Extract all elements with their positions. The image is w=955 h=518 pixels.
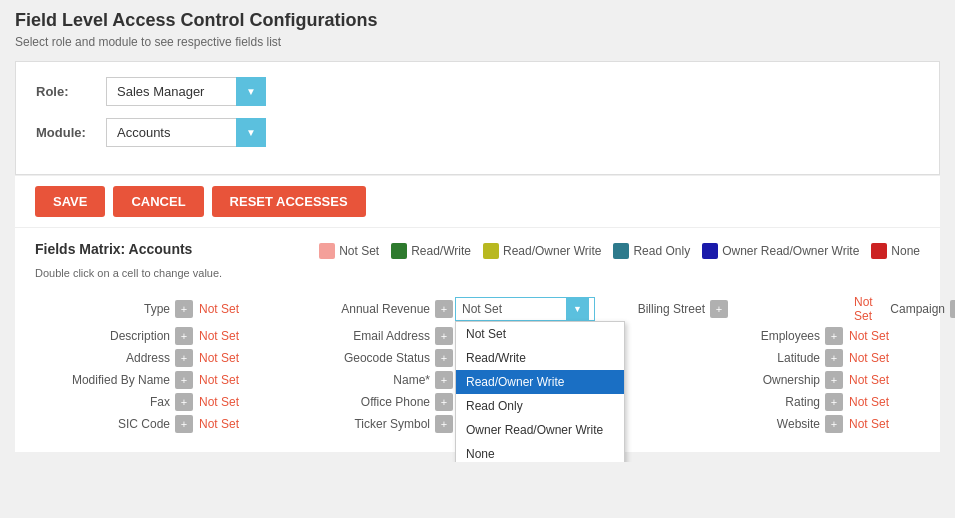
type-value: Not Set <box>195 302 275 316</box>
page-container: Field Level Access Control Configuration… <box>0 0 955 462</box>
dropdown-option-read-owner-write[interactable]: Read/Owner Write <box>456 370 624 394</box>
actions-bar: SAVE CANCEL RESET ACCESSES <box>15 175 940 227</box>
role-label: Role: <box>36 84 106 99</box>
dropdown-option-not-set[interactable]: Not Set <box>456 322 624 346</box>
sic-code-field-label: SIC Code <box>35 417 175 431</box>
ownership-field-label: Ownership <box>685 373 825 387</box>
latitude-value: Not Set <box>845 351 925 365</box>
legend-read-only-label: Read Only <box>633 244 690 258</box>
dropdown-input[interactable] <box>456 298 566 320</box>
module-row: Module: Accounts Contacts Leads Opportun… <box>36 118 919 147</box>
legend-owner-read-owner-write: Owner Read/Owner Write <box>702 243 859 259</box>
modified-by-name-field-label: Modified By Name <box>35 373 175 387</box>
dropdown-option-none[interactable]: None <box>456 442 624 462</box>
legend-read-owner-write: Read/Owner Write <box>483 243 601 259</box>
dropdown-container[interactable]: ▼ Not Set Read/Write Read/Owner Write Re… <box>455 297 535 321</box>
legend-none: None <box>871 243 920 259</box>
description-value: Not Set <box>195 329 275 343</box>
fax-value: Not Set <box>195 395 275 409</box>
name-field-label: Name* <box>275 373 435 387</box>
module-label: Module: <box>36 125 106 140</box>
office-phone-field-label: Office Phone <box>275 395 435 409</box>
email-address-plus-button[interactable]: + <box>435 327 453 345</box>
fax-plus-button[interactable]: + <box>175 393 193 411</box>
address-value: Not Set <box>195 351 275 365</box>
dropdown-option-read-write[interactable]: Read/Write <box>456 346 624 370</box>
legend-read-owner-write-color <box>483 243 499 259</box>
office-phone-plus-button[interactable]: + <box>435 393 453 411</box>
module-select-wrapper[interactable]: Accounts Contacts Leads Opportunities <box>106 118 266 147</box>
employees-value: Not Set <box>845 329 925 343</box>
industry-field-label: Industry <box>925 329 955 343</box>
legend-read-owner-write-label: Read/Owner Write <box>503 244 601 258</box>
save-button[interactable]: SAVE <box>35 186 105 217</box>
dropdown-display[interactable]: ▼ <box>455 297 595 321</box>
latitude-field-label: Latitude <box>685 351 825 365</box>
legend-read-only: Read Only <box>613 243 690 259</box>
fax-field-label: Fax <box>35 395 175 409</box>
annual-revenue-plus-button[interactable]: + <box>435 300 453 318</box>
legend-not-set-color <box>319 243 335 259</box>
type-plus-button[interactable]: + <box>175 300 193 318</box>
website-field-label: Website <box>685 417 825 431</box>
ownership-plus-button[interactable]: + <box>825 371 843 389</box>
cancel-button[interactable]: CANCEL <box>113 186 203 217</box>
legend: Not Set Read/Write Read/Owner Write Read… <box>319 243 920 259</box>
page-title: Field Level Access Control Configuration… <box>15 10 940 31</box>
employees-plus-button[interactable]: + <box>825 327 843 345</box>
config-panel: Role: Sales Manager Administrator Develo… <box>15 61 940 175</box>
legend-read-only-color <box>613 243 629 259</box>
matrix-header: Fields Matrix: Accounts Not Set Read/Wri… <box>15 227 940 264</box>
matrix-body: Type + Not Set Annual Revenue + ▼ Not Se… <box>15 287 940 452</box>
address-plus-button[interactable]: + <box>175 349 193 367</box>
billing-street-plus-button[interactable]: + <box>710 300 728 318</box>
ownership-value: Not Set <box>845 373 925 387</box>
rating-plus-button[interactable]: + <box>825 393 843 411</box>
role-select[interactable]: Sales Manager Administrator Developer <box>106 77 266 106</box>
campaign-plus-button[interactable]: + <box>950 300 955 318</box>
matrix-subtitle: Double click on a cell to change value. <box>15 264 940 287</box>
geocode-status-field-label: Geocode Status <box>275 351 435 365</box>
modified-by-name-plus-button[interactable]: + <box>175 371 193 389</box>
longitude-field-label: Longitude <box>925 351 955 365</box>
type-field-label: Type <box>35 302 175 316</box>
legend-owner-read-owner-write-label: Owner Read/Owner Write <box>722 244 859 258</box>
annual-revenue-field-label: Annual Revenue <box>275 302 435 316</box>
modified-by-name-value: Not Set <box>195 373 275 387</box>
role-row: Role: Sales Manager Administrator Develo… <box>36 77 919 106</box>
rating-value: Not Set <box>845 395 925 409</box>
dropdown-menu: Not Set Read/Write Read/Owner Write Read… <box>455 321 625 462</box>
matrix-title: Fields Matrix: Accounts <box>35 241 192 257</box>
rating-field-label: Rating <box>685 395 825 409</box>
legend-none-color <box>871 243 887 259</box>
ticker-symbol-plus-button[interactable]: + <box>435 415 453 433</box>
employees-field-label: Employees <box>685 329 825 343</box>
email-address-field-label: Email Address <box>275 329 435 343</box>
shipping-street-field-label: Shipping Street <box>925 395 955 409</box>
legend-read-write-label: Read/Write <box>411 244 471 258</box>
sic-code-plus-button[interactable]: + <box>175 415 193 433</box>
member-of-field-label: Member of <box>925 373 955 387</box>
name-plus-button[interactable]: + <box>435 371 453 389</box>
role-select-wrapper[interactable]: Sales Manager Administrator Developer <box>106 77 266 106</box>
description-field-label: Description <box>35 329 175 343</box>
address-field-label: Address <box>35 351 175 365</box>
sic-code-value: Not Set <box>195 417 275 431</box>
latitude-plus-button[interactable]: + <box>825 349 843 367</box>
description-plus-button[interactable]: + <box>175 327 193 345</box>
campaign-field-label: Campaign <box>870 302 950 316</box>
dropdown-arrow-icon[interactable]: ▼ <box>566 298 589 320</box>
legend-owner-read-owner-write-color <box>702 243 718 259</box>
website-plus-button[interactable]: + <box>825 415 843 433</box>
billing-street-value: Not Set <box>850 295 870 323</box>
legend-not-set: Not Set <box>319 243 379 259</box>
dropdown-option-owner-read-owner-write[interactable]: Owner Read/Owner Write <box>456 418 624 442</box>
dropdown-option-read-only[interactable]: Read Only <box>456 394 624 418</box>
reset-accesses-button[interactable]: RESET ACCESSES <box>212 186 366 217</box>
ticker-symbol-field-label: Ticker Symbol <box>275 417 435 431</box>
website-value: Not Set <box>845 417 925 431</box>
legend-none-label: None <box>891 244 920 258</box>
page-subtitle: Select role and module to see respective… <box>15 35 940 49</box>
module-select[interactable]: Accounts Contacts Leads Opportunities <box>106 118 266 147</box>
geocode-status-plus-button[interactable]: + <box>435 349 453 367</box>
